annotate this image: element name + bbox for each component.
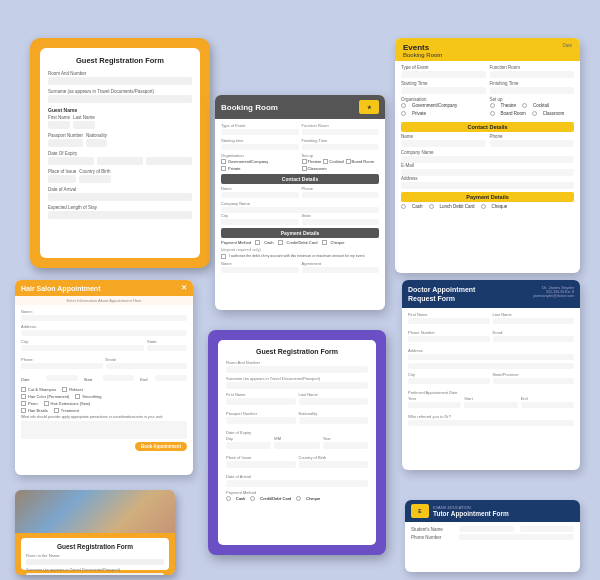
card4-phone-field[interactable] xyxy=(21,363,103,369)
card5-country-field[interactable] xyxy=(299,461,369,468)
card8-first-name-field[interactable] xyxy=(459,526,514,532)
card6-start-field[interactable] xyxy=(464,402,517,408)
card4-end-field[interactable] xyxy=(155,375,187,381)
card3-type-field[interactable] xyxy=(221,129,299,135)
card4-state-field[interactable] xyxy=(147,345,187,351)
card3-cheque-checkbox[interactable] xyxy=(322,240,327,245)
card1-passport-field[interactable] xyxy=(48,139,83,147)
card5-nationality-field[interactable] xyxy=(299,417,369,424)
card3-start-field[interactable] xyxy=(221,144,299,150)
card3-board-checkbox[interactable] xyxy=(346,159,351,164)
card2-board-checkbox[interactable] xyxy=(490,111,495,116)
card8-last-name-field[interactable] xyxy=(520,526,575,532)
card1-stay-field[interactable] xyxy=(48,211,192,219)
card7-room-field[interactable] xyxy=(26,559,164,565)
card6-email-field[interactable] xyxy=(493,336,575,342)
card4-start-field[interactable] xyxy=(103,375,135,381)
card4-cut-checkbox[interactable] xyxy=(21,387,26,392)
card5-last-field[interactable] xyxy=(299,398,369,405)
card3-name2-field[interactable] xyxy=(221,267,299,273)
card1-last-name-field[interactable] xyxy=(73,121,95,129)
card4-email-field[interactable] xyxy=(106,363,188,369)
card4-treatment-checkbox[interactable] xyxy=(54,408,59,413)
card4-relaxer-checkbox[interactable] xyxy=(62,387,67,392)
card2-cash-checkbox[interactable] xyxy=(401,204,406,209)
card6-phone-field[interactable] xyxy=(408,336,490,342)
card2-start-field[interactable] xyxy=(401,87,486,94)
card2-email-field[interactable] xyxy=(401,169,574,176)
card3-city-field[interactable] xyxy=(221,219,299,225)
card5-passport-field[interactable] xyxy=(226,417,296,424)
card4-notes-field[interactable] xyxy=(21,421,187,439)
card2-company-field[interactable] xyxy=(401,156,574,163)
card1-arrival-field[interactable] xyxy=(48,193,192,201)
card5-mm-field[interactable] xyxy=(274,442,319,449)
card5-arrival-field[interactable] xyxy=(226,480,368,487)
card5-year-field[interactable] xyxy=(323,442,368,449)
card3-name-field[interactable] xyxy=(221,192,299,198)
card2-cheque-checkbox[interactable] xyxy=(481,204,486,209)
card3-cash-checkbox[interactable] xyxy=(255,240,260,245)
card3-agree-checkbox[interactable] xyxy=(221,254,226,259)
card4-book-btn[interactable]: Book Appointment xyxy=(135,442,187,451)
card2-name-field[interactable] xyxy=(401,140,486,147)
card2-address-field[interactable] xyxy=(401,182,574,189)
card6-state-field[interactable] xyxy=(493,378,575,384)
card1-nationality-field[interactable] xyxy=(86,139,107,147)
card1-expiry-year[interactable] xyxy=(146,157,192,165)
card1-surname-field[interactable] xyxy=(48,95,192,103)
card2-func-field[interactable] xyxy=(490,71,575,78)
card4-date-field[interactable] xyxy=(46,375,78,381)
card2-theatre-checkbox[interactable] xyxy=(490,103,495,108)
card4-address-field[interactable] xyxy=(21,330,187,336)
card5-room-field[interactable] xyxy=(226,366,368,373)
card7-surname-field[interactable] xyxy=(26,573,164,576)
card2-phone-field[interactable] xyxy=(490,140,575,147)
card1-expiry-month[interactable] xyxy=(97,157,143,165)
card3-classroom-checkbox[interactable] xyxy=(302,166,307,171)
card6-referred-field[interactable] xyxy=(408,420,574,426)
card3-state-field[interactable] xyxy=(302,219,380,225)
card3-finish-field[interactable] xyxy=(302,144,380,150)
card2-debit-checkbox[interactable] xyxy=(429,204,434,209)
card1-country-field[interactable] xyxy=(79,175,110,183)
card3-cocktail-checkbox[interactable] xyxy=(323,159,328,164)
card3-theatre-checkbox[interactable] xyxy=(302,159,307,164)
card4-color-checkbox[interactable] xyxy=(21,394,26,399)
card4-perm-checkbox[interactable] xyxy=(21,401,26,406)
card1-room-field[interactable] xyxy=(48,77,192,85)
card5-first-field[interactable] xyxy=(226,398,296,405)
card2-finish-field[interactable] xyxy=(490,87,575,94)
card4-braids-checkbox[interactable] xyxy=(21,408,26,413)
card6-street-field[interactable] xyxy=(408,354,574,360)
card3-func-field[interactable] xyxy=(302,129,380,135)
card2-classroom-checkbox[interactable] xyxy=(532,111,537,116)
card5-card-checkbox[interactable] xyxy=(250,496,255,501)
card6-end-field[interactable] xyxy=(521,402,574,408)
card6-city-field[interactable] xyxy=(408,378,490,384)
card2-type-field[interactable] xyxy=(401,71,486,78)
card4-city-field[interactable] xyxy=(21,345,144,351)
card8-phone-field[interactable] xyxy=(459,534,574,540)
card4-smooth-checkbox[interactable] xyxy=(75,394,80,399)
card3-private-checkbox[interactable] xyxy=(221,166,226,171)
card5-place-field[interactable] xyxy=(226,461,296,468)
card1-first-name-field[interactable] xyxy=(48,121,70,129)
card5-cheque-checkbox[interactable] xyxy=(296,496,301,501)
card2-govt-checkbox[interactable] xyxy=(401,103,406,108)
card2-private-checkbox[interactable] xyxy=(401,111,406,116)
card5-cash-checkbox[interactable] xyxy=(226,496,231,501)
card5-day-field[interactable] xyxy=(226,442,271,449)
card5-surname-field[interactable] xyxy=(226,382,368,389)
card4-name-field[interactable] xyxy=(21,315,187,321)
card4-close-btn[interactable]: ✕ xyxy=(181,284,187,292)
card4-extensions-checkbox[interactable] xyxy=(44,401,49,406)
card2-cocktail-checkbox[interactable] xyxy=(522,103,527,108)
card6-year-field[interactable] xyxy=(408,402,461,408)
card1-place-field[interactable] xyxy=(48,175,76,183)
card1-expiry-day[interactable] xyxy=(48,157,94,165)
card3-credit-checkbox[interactable] xyxy=(278,240,283,245)
card6-last-field[interactable] xyxy=(493,318,575,324)
card6-first-field[interactable] xyxy=(408,318,490,324)
card3-phone-field[interactable] xyxy=(302,192,380,198)
